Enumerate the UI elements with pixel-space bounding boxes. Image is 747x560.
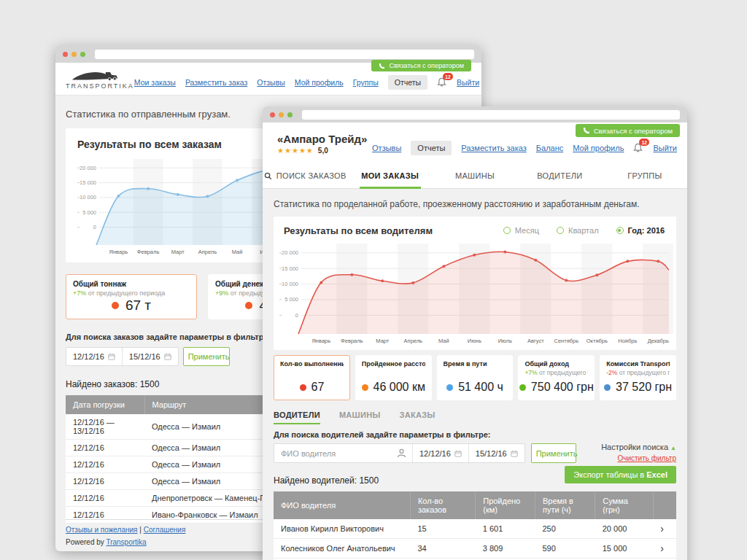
tab-groups[interactable]: ГРУППЫ [603,163,687,188]
date-from-field[interactable]: 12/12/16 [66,348,122,365]
nav-profile[interactable]: Мой профиль [295,78,344,87]
search-icon [264,172,272,180]
stat-card-distance[interactable]: Пройденное расстояние 46 000 км [355,355,432,400]
search-settings-toggle[interactable]: Настройки поиска ▲ [601,443,676,451]
col-sum[interactable]: Сумма (грн) [595,491,653,519]
minimize-window-icon[interactable] [279,112,284,117]
svg-text:Март: Март [171,249,185,255]
maximize-window-icon[interactable] [287,112,293,117]
nav-reports-active[interactable]: Отчеты [411,141,452,155]
svg-text:Ноябрь: Ноябрь [618,338,637,344]
drivers-table: ФИО водителя Кол-во заказов Пройдено (км… [274,491,676,560]
clear-filter-link[interactable]: Очистить фильтр [617,455,676,462]
front-filter-row: 12/12/16 15/12/16 [274,443,676,463]
svg-text:Апрель: Апрель [198,249,217,255]
notifications-bell[interactable]: 12 [437,77,447,88]
truck-logo-icon [71,70,128,82]
rating-stars-icon: ★★★★★ [277,147,314,155]
stat-card-orders-count[interactable]: Кол-во выполненных заказов 67 [274,355,350,400]
powered-by-label: Powered by [66,538,104,546]
feedback-link[interactable]: Отзывы и пожелания [66,526,137,534]
contact-operator-button[interactable]: Связаться с оператором [576,124,680,137]
powered-by-link[interactable]: Transportika [106,538,146,546]
contact-operator-button[interactable]: Связаться с оператором [371,60,471,71]
front-site-header: «Ампаро Трейд» ★★★★★ 5,0 Связаться с опе… [263,122,687,163]
nav-place-order[interactable]: Разместить заказ [185,78,247,87]
person-icon [397,448,406,458]
subtab-orders[interactable]: ЗАКАЗЫ [400,411,436,424]
address-bar[interactable] [302,110,680,120]
nav-balance[interactable]: Баланс [536,144,563,152]
svg-text:Январь: Январь [109,249,128,255]
tab-order-search[interactable]: ПОИСК ЗАКАЗОВ [263,163,347,188]
time-dot-icon [446,384,453,391]
nav-logout[interactable]: Выйти [457,78,479,87]
export-excel-button[interactable]: Экспорт таблицы в Excel [565,466,676,483]
col-load-date[interactable]: Дата погрузки [66,395,144,414]
notifications-bell[interactable]: 12 [633,143,643,153]
subtab-drivers[interactable]: ВОДИТЕЛИ [274,411,320,424]
nav-profile[interactable]: Мой профиль [573,144,624,152]
close-window-icon[interactable] [63,52,68,57]
date-from-field[interactable]: 12/12/16 [412,444,468,462]
apply-filter-button[interactable]: Применить [531,443,576,463]
date-to-field[interactable]: 15/12/16 [122,348,178,365]
date-to-field[interactable]: 15/12/16 [468,444,525,462]
orders-dot-icon [300,384,306,391]
svg-text:Май: Май [438,338,449,344]
desktop: TRANSPORTIKA Связаться с оператором Мои … [0,0,747,560]
driver-row[interactable]: Иванов Кирилл Викторович15 1 601250 20 0… [274,519,676,539]
col-travel-time[interactable]: Время в пути (ч) [535,491,595,519]
stat-card-tonnage[interactable]: Общий тоннаж +7% от предыдущего периода … [66,274,197,319]
income-dot-icon [519,384,526,391]
tab-my-orders[interactable]: МОИ ЗАКАЗЫ [347,163,432,188]
minimize-window-icon[interactable] [71,52,77,57]
row-chevron-icon[interactable]: › [653,539,676,559]
driver-row[interactable]: Колесников Олег Анатольевич34 3 809590 1… [274,539,676,559]
stat-card-commission[interactable]: Комиссия Transportika -2% от предыдущего… [600,355,676,400]
front-browser-window: «Ампаро Трейд» ★★★★★ 5,0 Связаться с опе… [263,106,687,560]
col-driver-name[interactable]: ФИО водителя [274,491,410,519]
tab-drivers[interactable]: ВОДИТЕЛИ [517,163,602,188]
apply-filter-button[interactable]: Применить [183,347,230,366]
svg-text:Октябрь: Октябрь [587,338,608,344]
address-bar[interactable] [95,50,474,59]
search-settings-block: Настройки поиска ▲ Очистить фильтр [601,443,676,463]
date-range-input: 12/12/16 15/12/16 [66,347,179,366]
nav-logout[interactable]: Выйти [653,144,677,152]
nav-place-order[interactable]: Разместить заказ [461,144,526,152]
nav-groups[interactable]: Группы [353,78,379,87]
period-quarter[interactable]: Квартал [557,226,599,235]
col-orders-count[interactable]: Кол-во заказов [410,491,475,519]
subtab-machines[interactable]: МАШИНЫ [339,411,381,424]
nav-reviews[interactable]: Отзывы [372,144,401,152]
driver-filter-input: 12/12/16 15/12/16 [274,443,525,463]
front-stat-cards: Кол-во выполненных заказов 67 Пройденное… [274,355,676,400]
col-distance[interactable]: Пройдено (км) [476,491,535,519]
transportika-logo[interactable]: TRANSPORTIKA [66,70,134,90]
period-month[interactable]: Месяц [503,226,539,235]
rating-value: 5,0 [318,147,328,155]
period-year[interactable]: Год: 2016 [616,226,665,235]
nav-reports-active[interactable]: Отчеты [388,75,427,90]
maximize-window-icon[interactable] [80,52,85,57]
row-chevron-icon[interactable]: › [653,519,676,539]
logo-text: TRANSPORTIKA [66,82,134,90]
terms-link[interactable]: Соглашения [144,526,186,534]
tab-machines[interactable]: МАШИНЫ [433,163,517,188]
nav-reviews[interactable]: Отзывы [257,78,285,87]
company-name: «Ампаро Трейд» [277,133,367,145]
delta-value: +7% [525,369,537,376]
svg-text:Июнь: Июнь [468,338,481,344]
delta-value: +9% [215,289,228,297]
delta-value: -2% [606,369,617,376]
nav-my-orders[interactable]: Мои заказы [134,78,176,87]
drivers-found-count: Найдено водителей: 1500 [274,475,379,486]
close-window-icon[interactable] [270,112,275,117]
tonnage-value: 67 т [125,298,151,314]
svg-text:Декабрь: Декабрь [648,338,669,344]
stat-card-travel-time[interactable]: Время в пути 51 400 ч [437,355,514,400]
driver-name-input[interactable] [274,449,391,458]
stat-card-income[interactable]: Общий доход +7% от предыдущего периода 7… [518,355,595,400]
period-selector: Месяц Квартал Год: 2016 [503,226,665,235]
